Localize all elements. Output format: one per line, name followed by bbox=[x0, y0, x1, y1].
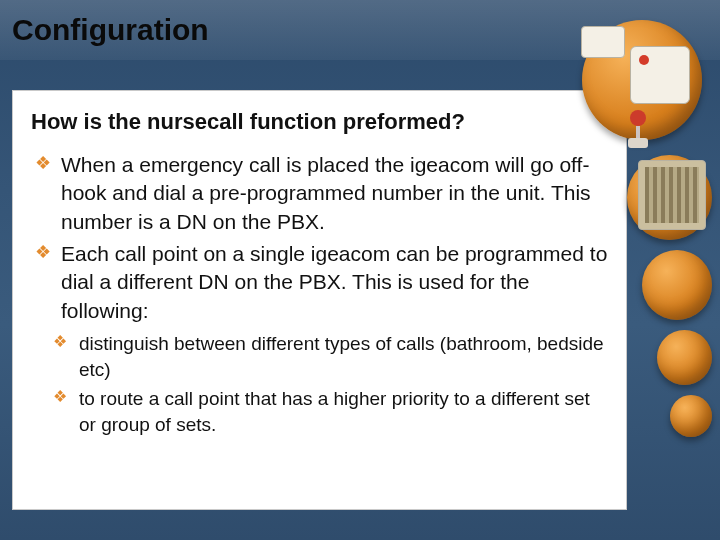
bullet-list-level1: When a emergency call is placed the igea… bbox=[31, 151, 608, 325]
device-illustration-icon bbox=[638, 160, 706, 230]
bullet-list-level2: distinguish between different types of c… bbox=[31, 331, 608, 438]
decor-circle-icon bbox=[657, 330, 712, 385]
content-panel: How is the nursecall function preformed?… bbox=[12, 90, 627, 510]
device-illustration-icon bbox=[630, 46, 690, 104]
slide-title: Configuration bbox=[12, 13, 209, 47]
bullet-item: to route a call point that has a higher … bbox=[51, 386, 608, 437]
decor-circle-icon bbox=[642, 250, 712, 320]
joystick-icon bbox=[628, 110, 648, 144]
bullet-item: When a emergency call is placed the igea… bbox=[31, 151, 608, 236]
content-subheading: How is the nursecall function preformed? bbox=[31, 109, 608, 135]
bullet-item: Each call point on a single igeacom can … bbox=[31, 240, 608, 325]
slide: Configuration How is the nursecall funct… bbox=[0, 0, 720, 540]
decor-circle-icon bbox=[670, 395, 712, 437]
device-illustration-icon bbox=[581, 26, 625, 58]
bullet-item: distinguish between different types of c… bbox=[51, 331, 608, 382]
